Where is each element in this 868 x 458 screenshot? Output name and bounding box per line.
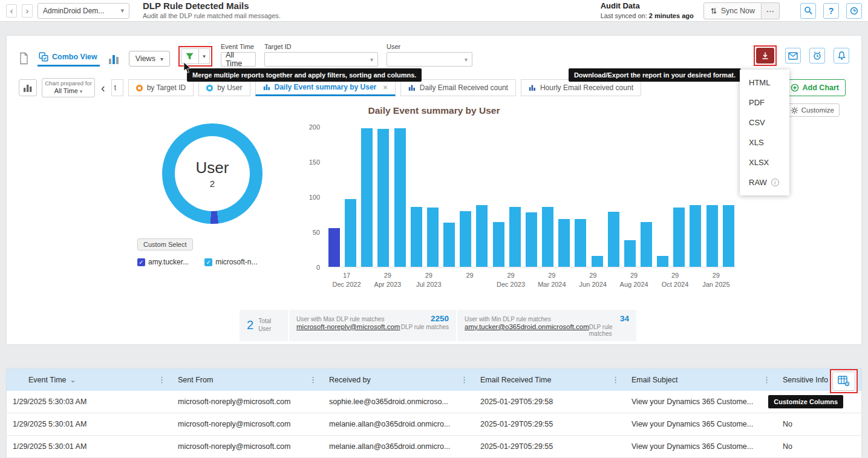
column-menu-icon[interactable]: ⋮ — [460, 375, 468, 384]
export-option-csv[interactable]: CSV — [740, 113, 789, 132]
event-time-value: All Time — [226, 51, 251, 68]
export-option-xlsx[interactable]: XLSX — [740, 152, 789, 172]
column-menu-icon[interactable]: ⋮ — [612, 375, 619, 384]
bell-icon — [837, 51, 846, 61]
chart-prepared-for-selector[interactable]: Chart prepared for All Time ▾ — [42, 78, 95, 97]
tabs-scroll-left-icon[interactable]: ‹ — [100, 82, 106, 94]
min-unit: DLP rule matches — [589, 324, 629, 337]
search-button[interactable] — [800, 3, 816, 19]
chevron-down-icon: ▾ — [465, 56, 468, 63]
chart-title: Daily Event summary by User — [7, 105, 861, 116]
bar — [361, 128, 373, 267]
x-tick-label: 29Jan 2025 — [697, 271, 736, 289]
views-dropdown-button[interactable]: Views ▾ — [129, 51, 170, 67]
chart-type-button[interactable] — [19, 79, 37, 96]
export-option-pdf[interactable]: PDF — [740, 93, 789, 113]
user-select[interactable]: ▾ — [387, 52, 472, 67]
combo-view-tab[interactable]: Combo View — [38, 50, 100, 67]
bar — [427, 208, 439, 267]
column-label: Email Received Time — [480, 376, 551, 384]
column-menu-icon[interactable]: ⋮ — [158, 375, 166, 384]
filter-dropdown-button[interactable]: ▾ — [199, 48, 210, 64]
download-button[interactable] — [756, 48, 774, 64]
customize-button[interactable]: Customize — [785, 103, 840, 117]
custom-select-button[interactable]: Custom Select — [137, 238, 193, 250]
sync-history-button[interactable] — [846, 3, 862, 19]
event-time-filter: Event Time All Time — [221, 43, 256, 67]
cell-email-subject: View your Dynamics 365 Custome... — [625, 420, 777, 428]
bar — [460, 211, 471, 267]
donut-ring: User 2 — [162, 123, 263, 224]
column-header-event-time[interactable]: Event Time ⌄ ⋮ — [7, 368, 172, 391]
max-user-link[interactable]: microsoft-noreply@microsoft.com — [296, 323, 400, 330]
cell-sent-from: microsoft-noreply@microsoft.com — [172, 420, 323, 428]
x-tick-label: 29Apr 2023 — [368, 271, 407, 289]
column-menu-icon[interactable]: ⋮ — [763, 375, 771, 384]
chart-tab-by-user[interactable]: by User — [198, 79, 250, 96]
export-menu: HTML PDF CSV XLS XLSX RAW i — [740, 70, 789, 195]
min-user-link[interactable]: amy.tucker@o365droid.onmicrosoft.com — [465, 323, 589, 330]
bar — [509, 207, 521, 267]
chart-tab-by-target-id[interactable]: by Target ID — [128, 79, 194, 96]
x-tick-label: 29Jul 2023 — [410, 271, 448, 289]
combo-view-label: Combo View — [52, 53, 97, 61]
donut-center-value: 2 — [210, 178, 215, 189]
column-menu-icon[interactable]: ⋮ — [309, 375, 317, 384]
chart-view-button[interactable] — [108, 53, 120, 67]
alert-button[interactable] — [834, 48, 849, 64]
x-tick-label: 29Oct 2024 — [656, 271, 694, 289]
summary-max-panel: User with Max DLP rule matches 2250 micr… — [289, 310, 456, 341]
export-option-html[interactable]: HTML — [740, 73, 789, 93]
data-table: Event Time ⌄ ⋮ Sent From ⋮ Received by ⋮… — [6, 368, 862, 458]
customize-columns-button[interactable] — [832, 371, 855, 391]
column-header-email-subject[interactable]: Email Subject ⋮ — [625, 368, 777, 391]
filter-funnel-icon — [185, 52, 194, 61]
table-row[interactable]: 1/29/2025 5:30:01 AM microsoft-noreply@m… — [7, 413, 861, 436]
bar — [394, 128, 406, 267]
filter-button-group: ▾ — [178, 46, 212, 67]
legend-item-amy-tucker[interactable]: ✓ amy.tucker... — [137, 258, 189, 266]
email-report-button[interactable] — [785, 48, 801, 64]
column-header-received-by[interactable]: Received by ⋮ — [323, 368, 474, 391]
y-tick-label: 50 — [313, 229, 320, 236]
export-option-raw[interactable]: RAW i — [740, 172, 789, 192]
back-icon[interactable]: ‹ — [6, 4, 17, 18]
column-header-email-received-time[interactable]: Email Received Time ⋮ — [474, 368, 625, 391]
help-icon: ? — [829, 6, 834, 16]
chart-tab-partial[interactable]: t — [111, 79, 123, 96]
chart-tab-hourly-email-received[interactable]: Hourly Email Received count — [521, 79, 641, 96]
cell-received-by: melanie.allan@o365droid.onmicro... — [323, 420, 474, 428]
table-row[interactable]: 1/29/2025 5:30:03 AM microsoft-noreply@m… — [7, 391, 861, 413]
close-tab-icon[interactable]: × — [383, 83, 388, 92]
grid-view-button[interactable] — [19, 52, 29, 67]
forward-icon[interactable]: › — [22, 4, 33, 18]
tenant-dropdown[interactable]: AdminDroid Dem... ▾ — [38, 3, 129, 19]
bar — [411, 207, 422, 267]
sync-now-button[interactable]: Sync Now — [703, 2, 762, 19]
chart-prepared-for-caption: Chart prepared for — [45, 80, 92, 87]
chart-tab-daily-email-received[interactable]: Daily Email Received count — [400, 79, 516, 96]
add-chart-button[interactable]: Add Chart — [784, 79, 846, 96]
bar — [641, 222, 652, 267]
audit-data-label: Audit Data — [601, 1, 694, 11]
schedule-report-button[interactable] — [809, 48, 825, 64]
table-row[interactable]: 1/29/2025 5:30:01 AM microsoft-noreply@m… — [7, 436, 861, 458]
help-button[interactable]: ? — [823, 3, 839, 19]
checkbox-checked-icon[interactable]: ✓ — [204, 258, 212, 266]
chart-tab-daily-event-summary[interactable]: Daily Event summary by User × — [255, 79, 396, 96]
summary-total-panel: 2 Total User — [240, 310, 288, 341]
customize-columns-annotation-box — [830, 369, 858, 393]
column-header-sent-from[interactable]: Sent From ⋮ — [172, 368, 323, 391]
sort-icon[interactable]: ⌄ — [70, 376, 76, 384]
legend-item-microsoft-noreply[interactable]: ✓ microsoft-n... — [204, 258, 257, 266]
toolbar-right-icons — [754, 45, 849, 67]
target-id-select[interactable]: ▾ — [264, 52, 378, 67]
bar — [608, 212, 619, 267]
tab-label: Daily Event summary by User — [275, 83, 377, 91]
donut-center-label: User — [196, 159, 229, 177]
export-option-xls[interactable]: XLS — [740, 132, 789, 152]
event-time-select[interactable]: All Time — [221, 52, 256, 67]
checkbox-checked-icon[interactable]: ✓ — [137, 258, 145, 266]
more-options-button[interactable]: ⋯ — [762, 2, 780, 19]
cell-received-by: melanie.allan@o365droid.onmicro... — [323, 442, 474, 451]
